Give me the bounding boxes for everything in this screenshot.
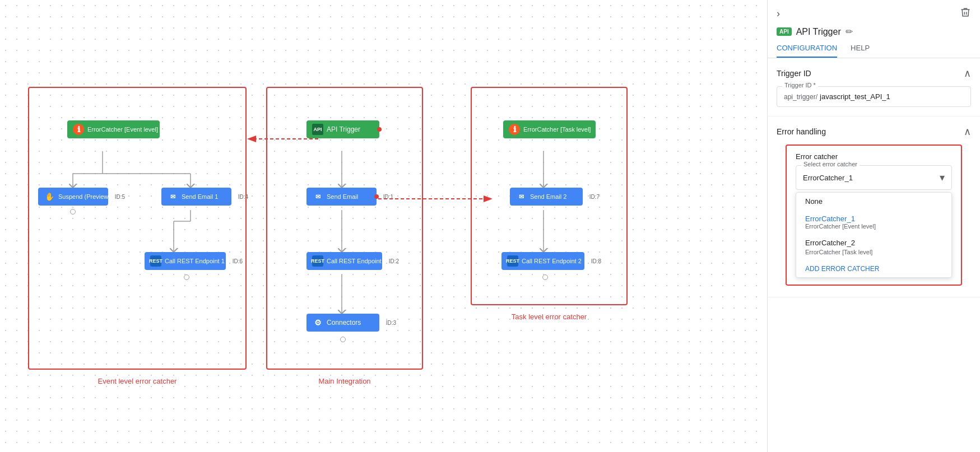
panel-content: Trigger ID ∧ Trigger ID * api_trigger/ j…: [768, 58, 980, 452]
dropdown-none[interactable]: None: [796, 193, 951, 210]
panel-header: › API API Trigger ✏ CONFIGURATION HELP: [768, 0, 980, 58]
node-connectors[interactable]: ⚙ Connectors ID:3: [306, 314, 379, 332]
error-icon-event: ℹ: [73, 124, 84, 135]
rest-icon: REST: [312, 255, 323, 267]
api-icon: API: [312, 124, 323, 135]
trash-icon: [960, 7, 971, 18]
error-handling-title: Error handling: [777, 127, 826, 136]
trigger-id-title: Trigger ID: [777, 69, 811, 78]
trigger-id-value: javascript_test_API_1: [820, 92, 890, 101]
trigger-id-header: Trigger ID ∧: [777, 67, 971, 80]
email-dot: [374, 194, 379, 199]
dropdown-ec1[interactable]: ErrorCatcher_1 ErrorCatcher [Event level…: [796, 210, 951, 234]
main-box-label: Main Integration: [318, 377, 370, 385]
panel-tabs: CONFIGURATION HELP: [777, 44, 971, 58]
tab-help[interactable]: HELP: [851, 44, 870, 58]
trigger-id-toggle[interactable]: ∧: [964, 67, 971, 80]
select-label: Select error catcher: [801, 161, 860, 167]
panel-title-row: API API Trigger ✏: [777, 26, 971, 37]
error-catcher-title: Error catcher: [796, 152, 952, 161]
node-call-rest-1[interactable]: REST Call REST Endpoint 1 ID:6: [145, 252, 226, 270]
task-box-label: Task level error catcher: [512, 313, 587, 321]
connectors-icon: ⚙: [312, 317, 323, 328]
selected-value: ErrorCatcher_1: [803, 174, 853, 182]
add-error-catcher-link[interactable]: ADD ERROR CATCHER: [796, 260, 951, 277]
panel-top-row: ›: [777, 7, 971, 21]
api-badge: API: [777, 27, 792, 36]
connector-suspend: [70, 209, 76, 215]
dropdown-ec2[interactable]: ErrorCatcher_2 ErrorCatcher [Task level]: [796, 234, 951, 260]
node-send-email[interactable]: ✉ Send Email ID:1: [306, 188, 377, 206]
event-box-label: Event level error catcher: [98, 377, 177, 385]
node-send-email-2[interactable]: ✉ Send Email 2 ID:7: [510, 188, 583, 206]
node-call-rest-2[interactable]: REST Call REST Endpoint 2 ID:8: [501, 252, 584, 270]
canvas-area: Event level error catcher Main Integrati…: [0, 0, 767, 452]
edit-icon[interactable]: ✏: [846, 26, 853, 37]
error-handling-toggle[interactable]: ∧: [964, 125, 971, 138]
tab-configuration[interactable]: CONFIGURATION: [777, 44, 837, 58]
dropdown-arrow-icon: ▾: [940, 171, 945, 184]
select-field: Select error catcher ErrorCatcher_1 ▾: [796, 165, 952, 190]
rest2-icon: REST: [507, 255, 518, 267]
trigger-id-section: Trigger ID ∧ Trigger ID * api_trigger/ j…: [768, 58, 980, 117]
right-panel: › API API Trigger ✏ CONFIGURATION HELP T…: [767, 0, 980, 452]
error-icon-task: ℹ: [509, 124, 520, 135]
trigger-id-input[interactable]: api_trigger/ javascript_test_API_1: [777, 86, 971, 107]
trigger-id-prefix: api_trigger/: [784, 93, 818, 101]
trigger-id-field: Trigger ID * api_trigger/ javascript_tes…: [777, 86, 971, 107]
select-box[interactable]: ErrorCatcher_1 ▾: [796, 165, 952, 190]
error-handling-header: Error handling ∧: [777, 125, 971, 138]
connector-connectors: [340, 337, 346, 342]
email-icon: ✉: [312, 191, 323, 202]
collapse-button[interactable]: ›: [777, 8, 780, 20]
node-call-rest[interactable]: REST Call REST Endpoint ID:2: [306, 252, 382, 270]
node-task-catcher[interactable]: ℹ ErrorCatcher [Task level]: [503, 120, 596, 138]
panel-title: API Trigger: [796, 27, 841, 37]
trigger-id-label: Trigger ID *: [782, 82, 818, 88]
suspend-icon: ✋: [44, 191, 55, 202]
dropdown-menu: None ErrorCatcher_1 ErrorCatcher [Event …: [796, 192, 952, 278]
error-handling-section: Error handling ∧ Error catcher Select er…: [768, 117, 980, 297]
api-dot: [377, 127, 382, 132]
rest1-icon: REST: [150, 255, 161, 267]
node-api-trigger[interactable]: API API Trigger: [306, 120, 379, 138]
node-suspend[interactable]: ✋ Suspend (Preview) ID:5: [38, 188, 108, 206]
error-catcher-box: Error catcher Select error catcher Error…: [786, 145, 962, 286]
node-event-catcher[interactable]: ℹ ErrorCatcher [Event level]: [67, 120, 160, 138]
connector-rest1: [184, 274, 189, 280]
email2-icon: ✉: [515, 191, 527, 202]
connector-rest2: [542, 274, 548, 280]
node-send-email-1[interactable]: ✉ Send Email 1 ID:4: [161, 188, 231, 206]
delete-button[interactable]: [960, 7, 971, 21]
email1-icon: ✉: [167, 191, 178, 202]
